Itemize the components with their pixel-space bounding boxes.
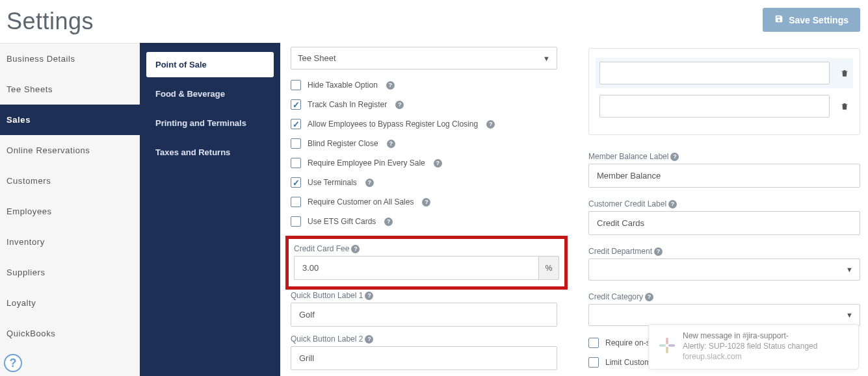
help-icon[interactable]: ? [654, 247, 663, 256]
checkbox-icon[interactable] [291, 158, 301, 168]
help-icon[interactable]: ? [351, 245, 360, 253]
label-text: Credit Card Fee [294, 244, 349, 253]
save-icon [774, 14, 783, 25]
quick-button-2-label: Quick Button Label 2 ? [291, 334, 569, 344]
check-track-cash[interactable]: Track Cash In Register ? [291, 99, 569, 110]
quick-button-1-input[interactable] [291, 303, 557, 327]
check-label: Require Employee Pin Every Sale [308, 158, 425, 168]
checkbox-icon[interactable] [291, 177, 301, 188]
check-label: Require Customer on All Sales [308, 197, 414, 207]
save-settings-button[interactable]: Save Settings [763, 8, 860, 32]
help-bubble-icon[interactable]: ? [4, 354, 22, 372]
customer-credit-label: Customer Credit Label ? [588, 199, 860, 208]
help-icon[interactable]: ? [434, 159, 442, 168]
svg-rect-3 [668, 344, 676, 347]
help-icon[interactable]: ? [486, 120, 495, 129]
sidebar-left: Business Details Tee Sheets Sales Online… [0, 43, 140, 376]
check-label: Use Terminals [308, 178, 357, 187]
slack-notification[interactable]: New message in #jira-support- Alertly: S… [648, 324, 859, 370]
page-title: Settings [7, 8, 94, 35]
right-box [588, 48, 860, 135]
help-icon[interactable]: ? [365, 292, 373, 300]
help-icon[interactable]: ? [384, 218, 393, 226]
top-select[interactable]: Tee Sheet ▼ [291, 47, 557, 69]
checkbox-icon[interactable] [588, 338, 599, 348]
top-select-value: Tee Sheet [298, 53, 336, 63]
sidebar-item-tee-sheets[interactable]: Tee Sheets [0, 74, 140, 105]
sidebar-item-business-details[interactable]: Business Details [0, 44, 140, 74]
trash-icon[interactable] [840, 102, 849, 111]
sidebar-item-online-reservations[interactable]: Online Reservations [0, 135, 140, 166]
right-box-input-1[interactable] [599, 62, 830, 84]
caret-down-icon: ▼ [846, 311, 853, 319]
check-blind-register[interactable]: Blind Register Close ? [291, 138, 569, 149]
label-text: Quick Button Label 1 [291, 291, 363, 300]
credit-card-fee-label: Credit Card Fee ? [294, 244, 559, 253]
tab-food-beverage[interactable]: Food & Beverage [146, 81, 274, 107]
credit-category-label: Credit Category ? [588, 292, 860, 301]
help-icon[interactable]: ? [386, 81, 395, 90]
pos-settings-column: Tee Sheet ▼ Hide Taxable Option ? Track … [291, 45, 569, 376]
customer-credit-input[interactable] [588, 211, 860, 235]
trash-icon[interactable] [840, 69, 849, 78]
checkbox-icon[interactable] [291, 80, 301, 90]
check-label: Allow Employees to Bypass Register Log C… [308, 119, 478, 129]
checkbox-icon[interactable] [291, 99, 301, 110]
save-button-label: Save Settings [789, 15, 848, 25]
sidebar-item-inventory[interactable]: Inventory [0, 227, 140, 257]
help-icon[interactable]: ? [365, 179, 374, 187]
help-icon[interactable]: ? [670, 153, 679, 161]
check-require-pin[interactable]: Require Employee Pin Every Sale ? [291, 158, 569, 168]
sidebar-item-sales[interactable]: Sales [0, 105, 140, 135]
help-icon[interactable]: ? [668, 200, 677, 208]
slack-logo-icon [658, 336, 676, 355]
check-label: Hide Taxable Option [308, 81, 378, 90]
checkbox-icon[interactable] [588, 357, 599, 368]
check-use-terminals[interactable]: Use Terminals ? [291, 177, 569, 188]
sidebar-item-loyalty[interactable]: Loyalty [0, 288, 140, 318]
label-text: Quick Button Label 2 [291, 334, 363, 344]
sidebar-item-suppliers[interactable]: Suppliers [0, 257, 140, 288]
checkbox-icon[interactable] [291, 119, 301, 129]
check-hide-taxable[interactable]: Hide Taxable Option ? [291, 80, 569, 90]
credit-department-select[interactable]: ▼ [588, 258, 860, 281]
sidebar-item-quickbooks[interactable]: QuickBooks [0, 318, 140, 349]
sidebar-sub: Point of Sale Food & Beverage Printing a… [140, 43, 280, 376]
checkbox-icon[interactable] [291, 197, 301, 207]
checkbox-icon[interactable] [291, 216, 301, 227]
notif-line-3: foreup.slack.com [683, 352, 847, 361]
checkbox-icon[interactable] [291, 138, 301, 149]
credit-category-select[interactable]: ▼ [588, 304, 860, 326]
member-balance-label: Member Balance Label ? [588, 152, 860, 161]
help-icon[interactable]: ? [422, 198, 430, 207]
caret-down-icon: ▼ [543, 55, 550, 62]
tab-printing-terminals[interactable]: Printing and Terminals [146, 110, 274, 136]
check-label: Use ETS Gift Cards [308, 217, 376, 226]
check-label: Track Cash In Register [308, 100, 387, 109]
help-icon[interactable]: ? [645, 293, 653, 301]
quick-button-2-input[interactable] [291, 346, 557, 370]
help-icon[interactable]: ? [365, 335, 373, 344]
help-icon[interactable]: ? [387, 140, 395, 148]
credit-card-fee-input[interactable] [294, 256, 538, 280]
svg-rect-2 [666, 347, 668, 354]
check-allow-bypass[interactable]: Allow Employees to Bypass Register Log C… [291, 119, 569, 129]
check-ets-gift-cards[interactable]: Use ETS Gift Cards ? [291, 216, 569, 227]
sidebar-item-customers[interactable]: Customers [0, 166, 140, 196]
svg-rect-1 [659, 344, 666, 347]
sidebar-item-employees[interactable]: Employees [0, 196, 140, 227]
label-text: Credit Department [588, 247, 652, 256]
notif-line-2: Alertly: SUP-1028 field Status changed [683, 342, 847, 351]
tab-point-of-sale[interactable]: Point of Sale [146, 52, 274, 77]
notif-line-1: New message in #jira-support- [683, 331, 847, 340]
svg-rect-0 [666, 338, 668, 345]
help-icon[interactable]: ? [395, 101, 404, 109]
caret-down-icon: ▼ [846, 266, 853, 273]
right-box-input-2[interactable] [599, 95, 830, 118]
check-require-customer[interactable]: Require Customer on All Sales ? [291, 197, 569, 207]
credit-card-fee-highlight: Credit Card Fee ? % [285, 236, 568, 290]
label-text: Member Balance Label [588, 152, 668, 161]
member-balance-input[interactable] [588, 164, 860, 188]
tab-taxes-returns[interactable]: Taxes and Returns [146, 140, 274, 165]
check-label: Blind Register Close [308, 139, 378, 148]
